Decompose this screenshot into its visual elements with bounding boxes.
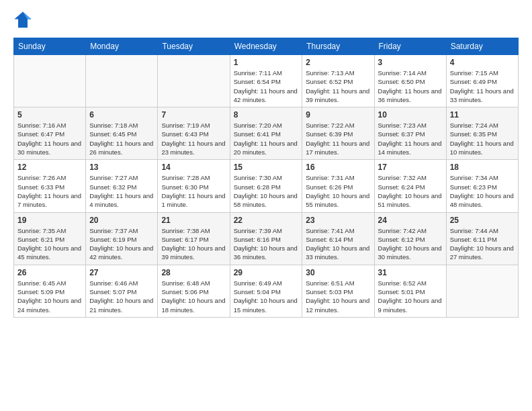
- day-info: Sunrise: 7:30 AM Sunset: 6:28 PM Dayligh…: [234, 173, 299, 209]
- day-number: 8: [234, 110, 299, 120]
- day-number: 2: [306, 58, 370, 67]
- day-info: Sunrise: 7:24 AM Sunset: 6:35 PM Dayligh…: [450, 121, 515, 156]
- day-number: 4: [450, 58, 515, 67]
- calendar-cell: 16Sunrise: 7:31 AM Sunset: 6:26 PM Dayli…: [302, 160, 374, 212]
- day-info: Sunrise: 7:38 AM Sunset: 6:17 PM Dayligh…: [161, 226, 226, 262]
- day-info: Sunrise: 7:34 AM Sunset: 6:23 PM Dayligh…: [450, 173, 515, 209]
- calendar-week-row: 1Sunrise: 7:11 AM Sunset: 6:54 PM Daylig…: [14, 55, 519, 107]
- calendar-cell: 1Sunrise: 7:11 AM Sunset: 6:54 PM Daylig…: [230, 55, 302, 107]
- calendar-cell: [14, 55, 86, 107]
- calendar-cell: 10Sunrise: 7:23 AM Sunset: 6:37 PM Dayli…: [374, 107, 446, 160]
- day-info: Sunrise: 7:41 AM Sunset: 6:14 PM Dayligh…: [306, 226, 370, 262]
- day-number: 9: [306, 110, 370, 120]
- weekday-header-row: SundayMondayTuesdayWednesdayThursdayFrid…: [14, 38, 519, 55]
- calendar-week-row: 19Sunrise: 7:35 AM Sunset: 6:21 PM Dayli…: [14, 212, 519, 265]
- calendar-cell: 3Sunrise: 7:14 AM Sunset: 6:50 PM Daylig…: [374, 55, 446, 107]
- calendar-cell: 14Sunrise: 7:28 AM Sunset: 6:30 PM Dayli…: [158, 160, 230, 212]
- day-number: 28: [161, 268, 226, 277]
- day-info: Sunrise: 7:31 AM Sunset: 6:26 PM Dayligh…: [306, 173, 370, 209]
- calendar-cell: 13Sunrise: 7:27 AM Sunset: 6:32 PM Dayli…: [86, 160, 158, 212]
- logo-icon: [13, 11, 32, 30]
- calendar-cell: 21Sunrise: 7:38 AM Sunset: 6:17 PM Dayli…: [158, 212, 230, 265]
- day-info: Sunrise: 7:28 AM Sunset: 6:30 PM Dayligh…: [161, 173, 226, 209]
- day-info: Sunrise: 7:13 AM Sunset: 6:52 PM Dayligh…: [306, 68, 370, 104]
- calendar-cell: 9Sunrise: 7:22 AM Sunset: 6:39 PM Daylig…: [302, 107, 374, 160]
- calendar-cell: 6Sunrise: 7:18 AM Sunset: 6:45 PM Daylig…: [86, 107, 158, 160]
- weekday-header-thursday: Thursday: [302, 38, 374, 55]
- day-number: 3: [378, 58, 443, 67]
- calendar-cell: [86, 55, 158, 107]
- day-number: 13: [89, 163, 154, 172]
- calendar-cell: 7Sunrise: 7:19 AM Sunset: 6:43 PM Daylig…: [158, 107, 230, 160]
- logo: [13, 11, 35, 30]
- weekday-header-friday: Friday: [374, 38, 446, 55]
- day-number: 16: [306, 163, 370, 172]
- day-number: 26: [17, 268, 82, 277]
- page-header: [13, 11, 519, 30]
- day-info: Sunrise: 7:16 AM Sunset: 6:47 PM Dayligh…: [17, 121, 82, 156]
- weekday-header-monday: Monday: [86, 38, 158, 55]
- day-number: 18: [450, 163, 515, 172]
- calendar-cell: 23Sunrise: 7:41 AM Sunset: 6:14 PM Dayli…: [302, 212, 374, 265]
- day-info: Sunrise: 7:39 AM Sunset: 6:16 PM Dayligh…: [234, 226, 299, 262]
- day-number: 23: [306, 216, 370, 225]
- weekday-header-wednesday: Wednesday: [230, 38, 302, 55]
- day-number: 25: [450, 216, 515, 225]
- day-info: Sunrise: 7:22 AM Sunset: 6:39 PM Dayligh…: [306, 121, 370, 156]
- day-info: Sunrise: 7:44 AM Sunset: 6:11 PM Dayligh…: [450, 226, 515, 262]
- day-number: 21: [161, 216, 226, 225]
- day-number: 31: [378, 268, 443, 277]
- day-number: 22: [234, 216, 299, 225]
- calendar-cell: 12Sunrise: 7:26 AM Sunset: 6:33 PM Dayli…: [14, 160, 86, 212]
- calendar-cell: 29Sunrise: 6:49 AM Sunset: 5:04 PM Dayli…: [230, 265, 302, 317]
- calendar-cell: 19Sunrise: 7:35 AM Sunset: 6:21 PM Dayli…: [14, 212, 86, 265]
- calendar-cell: [158, 55, 230, 107]
- day-number: 6: [89, 110, 154, 120]
- calendar-cell: 31Sunrise: 6:52 AM Sunset: 5:01 PM Dayli…: [374, 265, 446, 317]
- day-info: Sunrise: 7:18 AM Sunset: 6:45 PM Dayligh…: [89, 121, 154, 156]
- day-info: Sunrise: 7:32 AM Sunset: 6:24 PM Dayligh…: [378, 173, 443, 209]
- day-info: Sunrise: 7:15 AM Sunset: 6:49 PM Dayligh…: [450, 68, 515, 104]
- day-number: 12: [17, 163, 82, 172]
- day-number: 5: [17, 110, 82, 120]
- calendar-table: SundayMondayTuesdayWednesdayThursdayFrid…: [13, 38, 519, 318]
- calendar-week-row: 26Sunrise: 6:45 AM Sunset: 5:09 PM Dayli…: [14, 265, 519, 317]
- day-info: Sunrise: 7:14 AM Sunset: 6:50 PM Dayligh…: [378, 68, 443, 104]
- day-number: 20: [89, 216, 154, 225]
- svg-marker-0: [14, 11, 31, 28]
- day-number: 7: [161, 110, 226, 120]
- calendar-week-row: 12Sunrise: 7:26 AM Sunset: 6:33 PM Dayli…: [14, 160, 519, 212]
- day-number: 14: [161, 163, 226, 172]
- day-info: Sunrise: 7:37 AM Sunset: 6:19 PM Dayligh…: [89, 226, 154, 262]
- day-info: Sunrise: 7:27 AM Sunset: 6:32 PM Dayligh…: [89, 173, 154, 209]
- day-info: Sunrise: 7:11 AM Sunset: 6:54 PM Dayligh…: [234, 68, 299, 104]
- calendar-week-row: 5Sunrise: 7:16 AM Sunset: 6:47 PM Daylig…: [14, 107, 519, 160]
- day-info: Sunrise: 7:26 AM Sunset: 6:33 PM Dayligh…: [17, 173, 82, 209]
- day-info: Sunrise: 7:42 AM Sunset: 6:12 PM Dayligh…: [378, 226, 443, 262]
- weekday-header-sunday: Sunday: [14, 38, 86, 55]
- calendar-cell: 28Sunrise: 6:48 AM Sunset: 5:06 PM Dayli…: [158, 265, 230, 317]
- calendar-cell: 25Sunrise: 7:44 AM Sunset: 6:11 PM Dayli…: [446, 212, 518, 265]
- calendar-cell: [446, 265, 518, 317]
- calendar-cell: 24Sunrise: 7:42 AM Sunset: 6:12 PM Dayli…: [374, 212, 446, 265]
- calendar-cell: 22Sunrise: 7:39 AM Sunset: 6:16 PM Dayli…: [230, 212, 302, 265]
- day-info: Sunrise: 6:45 AM Sunset: 5:09 PM Dayligh…: [17, 279, 82, 314]
- calendar-cell: 2Sunrise: 7:13 AM Sunset: 6:52 PM Daylig…: [302, 55, 374, 107]
- calendar-cell: 20Sunrise: 7:37 AM Sunset: 6:19 PM Dayli…: [86, 212, 158, 265]
- day-info: Sunrise: 7:20 AM Sunset: 6:41 PM Dayligh…: [234, 121, 299, 156]
- calendar-cell: 26Sunrise: 6:45 AM Sunset: 5:09 PM Dayli…: [14, 265, 86, 317]
- day-info: Sunrise: 7:19 AM Sunset: 6:43 PM Dayligh…: [161, 121, 226, 156]
- calendar-cell: 18Sunrise: 7:34 AM Sunset: 6:23 PM Dayli…: [446, 160, 518, 212]
- day-info: Sunrise: 6:51 AM Sunset: 5:03 PM Dayligh…: [306, 279, 370, 314]
- day-info: Sunrise: 6:46 AM Sunset: 5:07 PM Dayligh…: [89, 279, 154, 314]
- day-number: 19: [17, 216, 82, 225]
- day-number: 17: [378, 163, 443, 172]
- calendar-cell: 5Sunrise: 7:16 AM Sunset: 6:47 PM Daylig…: [14, 107, 86, 160]
- weekday-header-tuesday: Tuesday: [158, 38, 230, 55]
- calendar-cell: 4Sunrise: 7:15 AM Sunset: 6:49 PM Daylig…: [446, 55, 518, 107]
- day-number: 10: [378, 110, 443, 120]
- calendar-cell: 11Sunrise: 7:24 AM Sunset: 6:35 PM Dayli…: [446, 107, 518, 160]
- day-number: 1: [234, 58, 299, 67]
- calendar-page: SundayMondayTuesdayWednesdayThursdayFrid…: [0, 0, 532, 411]
- day-info: Sunrise: 6:49 AM Sunset: 5:04 PM Dayligh…: [234, 279, 299, 314]
